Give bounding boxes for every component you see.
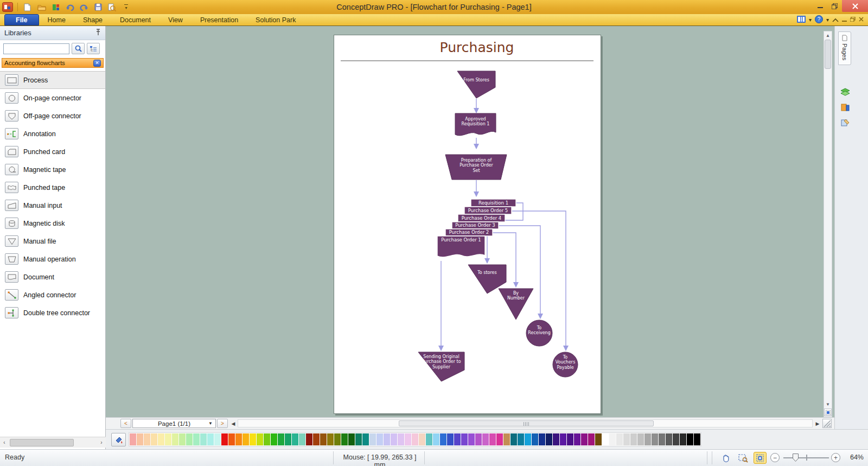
library-item-manual-operation[interactable]: Manual operation <box>0 250 105 268</box>
tab-presentation[interactable]: Presentation <box>192 14 247 25</box>
color-swatch[interactable] <box>193 433 200 445</box>
color-swatch[interactable] <box>313 433 320 445</box>
color-swatch[interactable] <box>306 433 312 445</box>
color-swatch[interactable] <box>539 433 545 445</box>
color-swatch[interactable] <box>659 433 665 445</box>
tab-solution-park[interactable]: Solution Park <box>247 14 304 25</box>
color-swatch[interactable] <box>137 433 143 445</box>
save-icon[interactable] <box>93 2 103 12</box>
canvas-vscrollbar[interactable]: ▲ ▼ <box>824 31 832 417</box>
color-swatch[interactable] <box>334 433 341 445</box>
color-swatch[interactable] <box>285 433 291 445</box>
color-swatch[interactable] <box>228 433 235 445</box>
color-swatch[interactable] <box>376 433 383 445</box>
color-swatch[interactable] <box>355 433 362 445</box>
color-swatch[interactable] <box>588 433 595 445</box>
panel-layout-icon[interactable] <box>797 16 806 24</box>
color-swatch[interactable] <box>673 433 679 445</box>
color-swatch[interactable] <box>574 433 580 445</box>
color-swatch[interactable] <box>687 433 693 445</box>
search-icon[interactable] <box>72 43 85 54</box>
print-preview-icon[interactable] <box>107 2 117 12</box>
new-document-icon[interactable] <box>22 2 33 12</box>
shape-purchase-order-4[interactable] <box>458 214 505 222</box>
color-swatch[interactable] <box>616 433 623 445</box>
hscroll-thumb[interactable] <box>399 420 654 426</box>
color-swatch[interactable] <box>637 433 644 445</box>
color-swatch[interactable] <box>433 433 439 445</box>
color-swatch[interactable] <box>518 433 524 445</box>
color-swatch[interactable] <box>560 433 566 445</box>
library-group-bar[interactable]: Accounting flowcharts ✕ <box>2 58 104 68</box>
color-swatch[interactable] <box>200 433 207 445</box>
color-swatch[interactable] <box>221 433 228 445</box>
library-item-annotation[interactable]: Annotation <box>0 125 105 143</box>
color-swatch[interactable] <box>412 433 418 445</box>
library-item-process[interactable]: Process <box>0 71 105 89</box>
color-swatch[interactable] <box>630 433 637 445</box>
canvas-hscrollbar[interactable] <box>238 419 813 427</box>
zoom-area-icon[interactable] <box>737 452 750 464</box>
shape-to-vouchers[interactable] <box>553 352 578 377</box>
color-swatch[interactable] <box>510 433 517 445</box>
color-swatch[interactable] <box>151 433 157 445</box>
document-page[interactable]: Purchasing <box>334 35 601 414</box>
library-search-input[interactable] <box>3 43 69 54</box>
library-item-on-page-connector[interactable]: On-page connector <box>0 89 105 107</box>
page-dropdown-icon[interactable]: ▼ <box>208 421 213 426</box>
color-swatch[interactable] <box>250 433 256 445</box>
library-item-double-tree-connector[interactable]: Double tree connector <box>0 304 105 322</box>
color-swatch[interactable] <box>292 433 298 445</box>
color-swatch[interactable] <box>186 433 193 445</box>
open-folder-icon[interactable] <box>36 2 47 12</box>
color-swatch[interactable] <box>362 433 369 445</box>
color-swatch[interactable] <box>694 433 700 445</box>
color-swatch[interactable] <box>482 433 489 445</box>
shape-purchase-order-1[interactable] <box>437 236 485 257</box>
color-swatch[interactable] <box>405 433 411 445</box>
color-swatch[interactable] <box>553 433 559 445</box>
color-swatch[interactable] <box>461 433 468 445</box>
color-swatch[interactable] <box>264 433 270 445</box>
color-swatch[interactable] <box>158 433 164 445</box>
color-swatch[interactable] <box>130 433 136 445</box>
scroll-corner-button[interactable] <box>824 408 832 416</box>
color-swatch[interactable] <box>179 433 186 445</box>
library-item-punched-card[interactable]: Punched card <box>0 143 105 161</box>
color-swatch[interactable] <box>341 433 348 445</box>
doc-minimize-icon[interactable] <box>842 17 847 23</box>
collapse-ribbon-icon[interactable] <box>832 16 839 24</box>
customize-toolbar-caret[interactable]: ▾ <box>121 2 131 12</box>
shape-purchase-order-3[interactable] <box>452 222 499 229</box>
library-item-manual-input[interactable]: Manual input <box>0 196 105 214</box>
restore-button[interactable] <box>827 0 842 12</box>
undo-icon[interactable] <box>65 2 75 12</box>
color-swatch[interactable] <box>546 433 552 445</box>
fit-page-icon[interactable] <box>754 452 767 464</box>
color-swatch[interactable] <box>532 433 538 445</box>
solutions-gallery-icon[interactable] <box>50 2 61 12</box>
color-swatch[interactable] <box>609 433 616 445</box>
color-swatch[interactable] <box>525 433 531 445</box>
libraries-hscrollbar[interactable]: ‹ › <box>0 437 106 448</box>
color-swatch[interactable] <box>348 433 355 445</box>
close-button[interactable] <box>842 0 868 12</box>
color-swatch[interactable] <box>278 433 284 445</box>
shape-requisition-1[interactable] <box>471 199 516 207</box>
shape-purchase-order-2[interactable] <box>445 229 493 236</box>
library-item-document[interactable]: Document <box>0 268 105 286</box>
color-swatch[interactable] <box>172 433 178 445</box>
doc-close-icon[interactable] <box>859 17 864 23</box>
color-swatch[interactable] <box>680 433 686 445</box>
color-swatch[interactable] <box>327 433 334 445</box>
color-swatch[interactable] <box>242 433 249 445</box>
scroll-right-icon[interactable]: › <box>97 438 106 448</box>
color-swatch[interactable] <box>468 433 475 445</box>
library-item-magnetic-tape[interactable]: Magnetic tape <box>0 161 105 178</box>
minimize-button[interactable] <box>813 0 827 12</box>
vscroll-thumb[interactable] <box>825 40 831 69</box>
color-swatch[interactable] <box>207 433 214 445</box>
color-swatch[interactable] <box>475 433 482 445</box>
color-swatch[interactable] <box>623 433 630 445</box>
panel-caret-icon[interactable]: ▾ <box>809 17 812 23</box>
